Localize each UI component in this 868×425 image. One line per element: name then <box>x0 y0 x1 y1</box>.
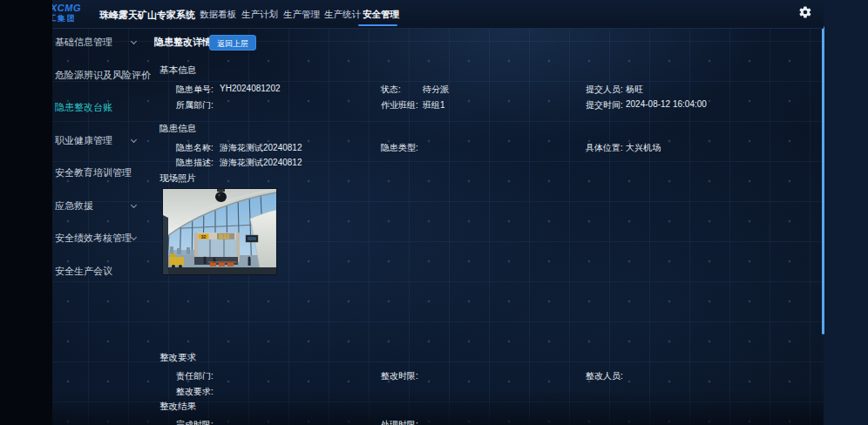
sidebar-item-basic-info[interactable]: 基础信息管理 <box>52 33 150 51</box>
logo-text-en: XCMG <box>51 3 81 13</box>
section-title-basic: 基本信息 <box>159 64 196 77</box>
field-label-submit-time: 提交时间: <box>586 99 623 111</box>
scene-photo-thumbnail[interactable]: 32 B33 <box>163 189 276 274</box>
chevron-down-icon <box>131 137 137 143</box>
top-navbar: XCMG 徐工集团 珠峰露天矿山专家系统 | 数据看板 生产计划 生产管理 生产… <box>0 0 824 29</box>
app-window: XCMG 徐工集团 珠峰露天矿山专家系统 | 数据看板 生产计划 生产管理 生产… <box>0 0 868 425</box>
sidebar-item-hazard-identification[interactable]: 危险源辨识及风险评价 <box>52 66 150 84</box>
field-value-location: 大兴机场 <box>626 142 661 154</box>
chevron-down-icon <box>131 234 137 240</box>
field-value-danger-name: 游海花测试20240812 <box>220 142 302 154</box>
section-title-danger: 隐患信息 <box>159 123 196 135</box>
section-title-result: 整改结果 <box>159 401 196 413</box>
field-label-handle-time: 处理时限: <box>381 419 418 425</box>
field-label-status: 状态: <box>381 84 401 96</box>
gate-sign-32: 32 <box>201 234 207 239</box>
app-title: 珠峰露天矿山专家系统 <box>99 9 195 22</box>
back-button[interactable]: 返回上层 <box>209 35 256 51</box>
field-label-team: 作业班组: <box>381 99 418 111</box>
sidebar-item-safety-training[interactable]: 安全教育培训管理 <box>52 164 150 181</box>
field-value-danger-desc: 游海花测试20240812 <box>220 157 302 169</box>
airport-terminal-photo: 32 B33 <box>163 189 276 274</box>
chevron-down-icon <box>131 38 137 44</box>
basic-info-row-1: 隐患单号: YH2024081202 状态: 待分派 提交人员: 杨旺 <box>0 84 824 96</box>
field-label-finish-time: 完成时限: <box>176 419 214 425</box>
gate-sign-b33: B33 <box>219 233 229 239</box>
field-label-rectify-req: 整改要求: <box>176 386 214 398</box>
sidebar-item-hidden-danger-ledger[interactable]: 隐患整改台账 <box>52 98 150 116</box>
field-value-submitter: 杨旺 <box>626 84 643 96</box>
section-title-photos: 现场照片 <box>159 172 196 185</box>
field-value-submit-time: 2024-08-12 16:04:00 <box>626 99 707 109</box>
field-label-submitter: 提交人员: <box>586 84 623 96</box>
requirement-row-1: 责任部门: 整改时限: 整改人员: <box>0 370 824 382</box>
settings-gear-icon[interactable] <box>798 5 812 19</box>
field-label-danger-desc: 隐患描述: <box>176 157 214 169</box>
nav-item-safety[interactable]: 安全管理 <box>363 9 399 21</box>
sidebar-item-occupational-health[interactable]: 职业健康管理 <box>52 132 150 149</box>
nav-item-production[interactable]: 生产管理 <box>283 9 320 21</box>
page-title: 隐患整改详情 <box>154 36 212 49</box>
sidebar-item-safety-performance[interactable]: 安全绩效考核管理 <box>52 229 150 246</box>
nav-item-plan[interactable]: 生产计划 <box>241 9 278 21</box>
field-value-status: 待分派 <box>423 84 449 96</box>
chevron-down-icon <box>131 202 137 208</box>
field-label-resp-department: 责任部门: <box>176 370 214 382</box>
field-value-order-no: YH2024081202 <box>220 84 281 93</box>
scrollbar[interactable] <box>822 26 824 334</box>
left-crop-strip <box>0 0 52 425</box>
title-separator: | <box>185 8 187 18</box>
field-label-rectify-person: 整改人员: <box>586 370 623 382</box>
sidebar-item-safety-meeting[interactable]: 安全生产会议 <box>52 262 150 280</box>
section-title-requirement: 整改要求 <box>159 352 196 364</box>
field-label-danger-type: 隐患类型: <box>381 142 418 154</box>
result-row-1: 完成时限: 处理时限: <box>0 419 824 425</box>
requirement-row-2: 整改要求: <box>0 386 824 398</box>
nav-item-statistics[interactable]: 生产统计 <box>324 9 361 21</box>
sidebar-item-emergency-rescue[interactable]: 应急救援 <box>52 197 150 214</box>
field-label-order-no: 隐患单号: <box>176 84 214 96</box>
field-label-deadline: 整改时限: <box>381 370 418 382</box>
field-label-department: 所属部门: <box>176 99 214 111</box>
field-label-danger-name: 隐患名称: <box>176 142 214 154</box>
desktop-strip <box>824 0 868 425</box>
nav-item-dashboard[interactable]: 数据看板 <box>200 9 236 21</box>
field-label-location: 具体位置: <box>586 142 623 154</box>
active-tab-underline <box>358 24 397 26</box>
field-value-team: 班组1 <box>423 99 445 111</box>
